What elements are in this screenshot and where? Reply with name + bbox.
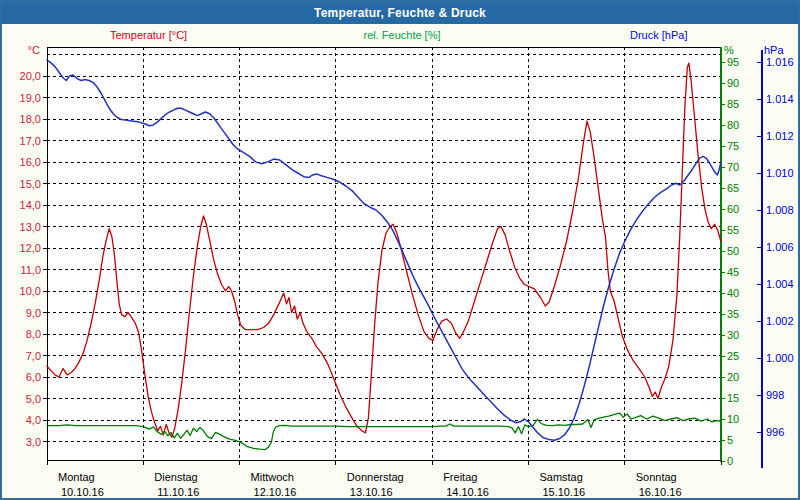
humidity-tick-label: 65 [727,182,739,194]
date-label: 16.10.16 [639,486,682,498]
day-label: Samstag [539,471,582,483]
humidity-tick-label: 50 [727,245,739,257]
pressure-tick-label: 1.006 [766,241,794,253]
humidity-tick-label: 0 [727,455,733,467]
humidity-tick-label: 20 [727,371,739,383]
temp-tick-label: 10,0 [20,285,41,297]
app-window: Temperatur, Feuchte & Druck Temperatur [… [0,0,800,500]
humidity-tick-label: 85 [727,98,739,110]
chart-canvas: 20,019,018,017,016,015,014,013,012,011,0… [2,2,800,500]
humidity-tick-label: 10 [727,413,739,425]
pressure-tick-label: 1.010 [766,167,794,179]
humidity-tick-label: 55 [727,224,739,236]
pressure-tick-label: 1.016 [766,56,794,68]
pressure-tick-label: 1.000 [766,352,794,364]
day-label: Montag [58,471,95,483]
date-label: 10.10.16 [61,486,104,498]
temp-tick-label: 20,0 [20,70,41,82]
humidity-tick-label: 90 [727,77,739,89]
temp-tick-label: 5,0 [26,393,41,405]
humidity-tick-label: 75 [727,140,739,152]
humidity-tick-label: 95 [727,56,739,68]
pressure-tick-label: 996 [766,426,784,438]
date-label: 14.10.16 [446,486,489,498]
pressure-tick-label: 1.008 [766,204,794,216]
temp-tick-label: 17,0 [20,135,41,147]
pressure-tick-label: 1.012 [766,130,794,142]
temp-tick-label: 16,0 [20,156,41,168]
humidity-tick-label: 70 [727,161,739,173]
humidity-tick-label: 5 [727,434,733,446]
temp-tick-label: 8,0 [26,328,41,340]
day-label: Donnerstag [347,471,404,483]
temp-tick-label: 19,0 [20,92,41,104]
date-label: 11.10.16 [157,486,199,498]
day-label: Mittwoch [251,471,294,483]
humidity-tick-label: 60 [727,203,739,215]
pressure-tick-label: 1.014 [766,93,794,105]
date-label: 13.10.16 [350,486,393,498]
humidity-tick-label: 40 [727,287,739,299]
pressure-tick-label: 1.002 [766,315,794,327]
temp-tick-label: 7,0 [26,350,41,362]
temp-tick-label: 4,0 [26,414,41,426]
temp-tick-label: 15,0 [20,178,41,190]
temp-tick-label: 11,0 [20,264,41,276]
date-label: 15.10.16 [542,486,585,498]
humidity-tick-label: 15 [727,392,739,404]
temp-tick-label: 18,0 [20,113,41,125]
humidity-tick-label: 35 [727,308,739,320]
temp-tick-label: 13,0 [20,221,41,233]
pressure-tick-label: 998 [766,389,784,401]
pressure-tick-label: 1.004 [766,278,794,290]
day-label: Sonntag [636,471,677,483]
temp-tick-label: 3,0 [26,436,41,448]
humidity-tick-label: 80 [727,119,739,131]
day-label: Freitag [443,471,477,483]
temp-tick-label: 14,0 [20,199,41,211]
temp-tick-label: 9,0 [26,307,41,319]
temp-tick-label: 6,0 [26,371,41,383]
date-label: 12.10.16 [254,486,297,498]
temp-tick-label: 12,0 [20,242,41,254]
humidity-tick-label: 30 [727,329,739,341]
humidity-tick-label: 25 [727,350,739,362]
humidity-tick-label: 45 [727,266,739,278]
day-label: Dienstag [154,471,197,483]
